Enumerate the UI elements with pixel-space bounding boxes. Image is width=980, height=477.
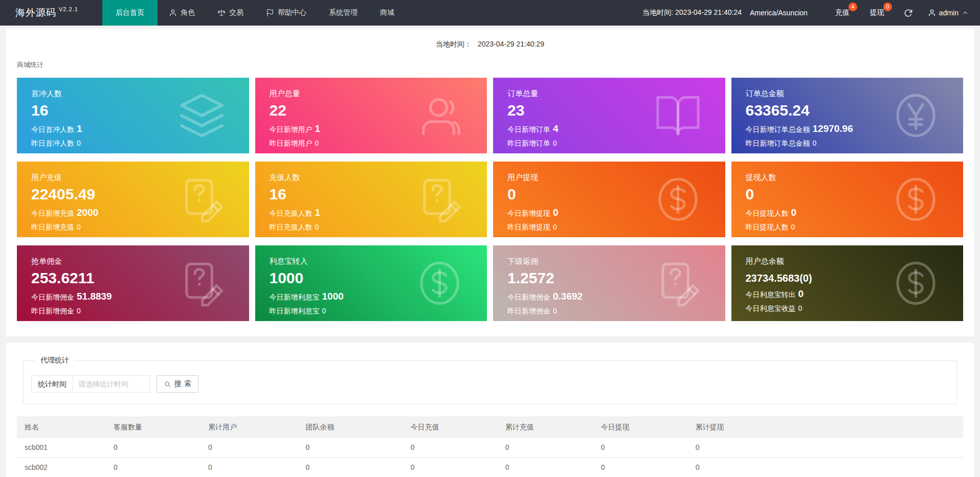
table-header-cell: 团队余额: [298, 417, 403, 438]
cell-total-recharge: 0: [498, 438, 593, 458]
card-yesterday-line: 昨日新增利息宝0: [270, 307, 473, 316]
stat-card: 抢单佣金 253.6211 今日新增佣金51.8839 昨日新增佣金0: [17, 245, 249, 321]
stat-card: 订单总量 23 今日新增订单4 昨日新增订单0: [493, 78, 725, 153]
stat-card: 用户总量 22 今日新增用户1 昨日新增用户0: [255, 78, 487, 153]
recharge-badge: 4: [849, 3, 857, 11]
table-header-row: 姓名客服数量累计用户团队余额今日充值累计充值今日提现累计提现: [17, 417, 963, 438]
section-title-mall-stats: 商城统计: [6, 60, 974, 70]
table-header-cell: 累计用户: [201, 417, 298, 438]
cell-today-recharge: 0: [403, 438, 498, 458]
app-title: 海外源码: [15, 6, 56, 19]
app-logo: 海外源码 V2.2.1: [0, 0, 102, 26]
table-header-cell: 今日充值: [403, 417, 498, 438]
stat-card: 利息宝转入 1000 今日新增利息宝1000 昨日新增利息宝0: [255, 245, 487, 321]
menu-item-label: 交易: [229, 8, 243, 17]
stat-card: 下级返佣 1.2572 今日新增佣金0.3692 昨日新增佣金0: [493, 245, 725, 321]
user-menu[interactable]: admin: [928, 9, 969, 17]
table-row: scb002 0 0 0 0 0 0 0: [17, 458, 963, 477]
username: admin: [939, 9, 959, 17]
cell-team-balance: 0: [298, 438, 403, 458]
yen-circle-icon: [892, 92, 940, 140]
card-yesterday-line: 昨日新增订单0: [507, 139, 711, 148]
menu-item[interactable]: 系统管理: [318, 0, 369, 26]
main-menu: 后台首页 角色 交易 帮助中心 系统管理 商城: [102, 0, 406, 26]
menu-item[interactable]: 商城: [369, 0, 406, 26]
stat-time-input[interactable]: [73, 375, 150, 393]
dollar-circle-icon: [892, 175, 940, 224]
stat-card: 用户充值 22405.49 今日新增充值2000 昨日新增充值0: [17, 162, 249, 237]
menu-item[interactable]: 后台首页: [102, 0, 158, 26]
table-header-cell: 今日提现: [593, 417, 688, 438]
scales-icon: [217, 9, 226, 17]
agent-panel: 代理统计 统计时间 搜索 姓名客服数量累计用户团队余额今日充值累计充值今日提现累…: [6, 343, 974, 477]
stat-card: 充值人数 16 今日充值人数1 昨日充值人数0: [255, 162, 487, 237]
card-yesterday-line: 昨日新增用户0: [270, 139, 473, 148]
menu-item-label: 系统管理: [329, 8, 358, 17]
table-row: scb001 0 0 0 0 0 0 0: [17, 438, 963, 458]
cell-service-count: 0: [106, 458, 201, 477]
menu-item[interactable]: 帮助中心: [255, 0, 318, 26]
cell-total-withdraw: 0: [688, 458, 963, 477]
local-time-line: 当地时间： 2023-04-29 21:40:29: [6, 40, 974, 49]
card-yesterday-line: 昨日新增提现0: [507, 223, 711, 232]
card-yesterday-line: 昨日新增佣金0: [507, 307, 711, 316]
user-icon: [169, 9, 177, 17]
user-icon: [928, 9, 936, 17]
stats-cards: 首冲人数 16 今日首冲人数1 昨日首冲人数0 用户总量 22 今日新增用户1 …: [6, 78, 974, 321]
dollar-circle-icon: [654, 175, 702, 224]
doc-pencil-icon: [177, 175, 226, 224]
table-body: scb001 0 0 0 0 0 0 0 scb002 0 0 0 0: [17, 438, 963, 477]
stat-card: 订单总金额 63365.24 今日新增订单总金额12970.96 昨日新增订单总…: [731, 78, 964, 153]
cell-total-users: 0: [201, 458, 298, 477]
dollar-circle-icon: [892, 259, 940, 308]
menu-item[interactable]: 角色: [158, 0, 206, 26]
doc-pencil-icon: [415, 175, 464, 224]
cell-total-withdraw: 0: [688, 438, 963, 458]
cell-total-recharge: 0: [498, 458, 593, 477]
flag-icon: [266, 9, 274, 17]
cell-service-count: 0: [106, 438, 201, 458]
card-yesterday-line: 昨日首冲人数0: [31, 139, 235, 148]
table-header-cell: 累计充值: [498, 417, 593, 438]
refresh-icon[interactable]: [904, 9, 912, 17]
withdraw-badge: 0: [883, 3, 892, 11]
menu-item-label: 角色: [181, 8, 195, 17]
agent-stats-fieldset: 代理统计 统计时间 搜索: [23, 356, 957, 404]
card-yesterday-line: 昨日新增佣金0: [31, 307, 235, 316]
navbar-time: 当地时间: 2023-04-29 21:40:24: [642, 8, 742, 17]
cell-team-balance: 0: [298, 458, 403, 477]
menu-item[interactable]: 交易: [206, 0, 255, 26]
user-big-icon: [415, 92, 464, 140]
card-yesterday-line: 昨日新增订单总金额0: [746, 139, 949, 148]
recharge-button[interactable]: 充值 4: [835, 8, 850, 17]
agent-filter-row: 统计时间 搜索: [31, 375, 949, 393]
agent-stats-legend: 代理统计: [35, 356, 74, 365]
menu-item-label: 商城: [380, 8, 394, 17]
book-icon: [654, 92, 702, 140]
stats-panel: 当地时间： 2023-04-29 21:40:29 商城统计 首冲人数 16 今…: [6, 29, 974, 336]
card-yesterday-line: 昨日提现人数0: [746, 223, 949, 232]
layers-icon: [177, 92, 226, 140]
withdraw-button[interactable]: 提现 0: [870, 8, 884, 17]
agent-table: 姓名客服数量累计用户团队余额今日充值累计充值今日提现累计提现 scb001 0 …: [17, 417, 963, 477]
dollar-circle-icon: [415, 259, 464, 308]
stat-card: 提现人数 0 今日提现人数0 昨日提现人数0: [731, 162, 964, 237]
menu-item-label: 帮助中心: [278, 8, 306, 17]
menu-item-label: 后台首页: [116, 8, 144, 17]
navbar-right: 当地时间: 2023-04-29 21:40:24 America/Asunci…: [642, 0, 980, 26]
app-version: V2.2.1: [59, 6, 78, 12]
stat-card: 用户总余额 23734.5683(0) 今日利息宝转出0 今日利息宝收益0: [731, 245, 964, 321]
cell-total-users: 0: [201, 438, 298, 458]
cell-today-recharge: 0: [403, 458, 498, 477]
stat-card: 首冲人数 16 今日首冲人数1 昨日首冲人数0: [17, 78, 249, 153]
navbar-timezone: America/Asuncion: [750, 9, 808, 17]
table-header-cell: 客服数量: [106, 417, 201, 438]
search-icon: [164, 380, 171, 388]
search-button[interactable]: 搜索: [157, 375, 198, 393]
doc-pencil-icon: [177, 259, 226, 308]
table-header-cell: 姓名: [17, 417, 106, 438]
top-navbar: 海外源码 V2.2.1 后台首页 角色 交易 帮助中心 系统管理 商城: [0, 0, 980, 26]
cell-name: scb001: [17, 438, 106, 458]
stat-card: 用户提现 0 今日新增提现0 昨日新增提现0: [493, 162, 725, 237]
cell-name: scb002: [17, 458, 106, 477]
